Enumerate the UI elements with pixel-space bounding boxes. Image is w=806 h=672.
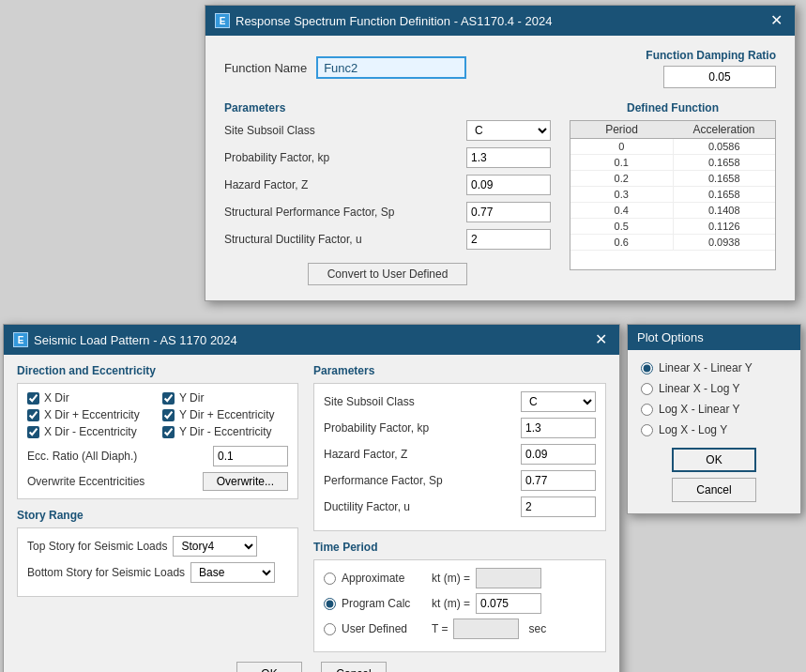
direction-section-label: Direction and Eccentricity <box>17 364 298 377</box>
seismic-body: Direction and Eccentricity X Dir Y Dir <box>4 355 619 672</box>
params-section-label: Parameters <box>224 101 551 115</box>
cb-row-ydir: Y Dir <box>162 391 288 405</box>
plot-option-logx-logy: Log X - Log Y <box>641 423 787 436</box>
seismic-titlebar: E Seismic Load Pattern - AS 1170 2024 ✕ <box>4 325 619 355</box>
xdir-ecc-checkbox[interactable] <box>27 409 39 421</box>
tp-approx-radio[interactable] <box>324 573 336 585</box>
plot-option-linear-xlogy: Linear X - Log Y <box>641 382 787 395</box>
seismic-load-pattern-dialog: E Seismic Load Pattern - AS 1170 2024 ✕ … <box>3 324 620 672</box>
seismic-close-button[interactable]: ✕ <box>591 330 610 349</box>
tp-user-input <box>453 619 519 639</box>
table-row: 0.30.1658 <box>570 187 775 203</box>
ydir-ecc-checkbox[interactable] <box>162 409 175 421</box>
table-row: 0.50.1126 <box>570 219 775 235</box>
seismic-title: Seismic Load Pattern - AS 1170 2024 <box>34 333 237 347</box>
tp-prog-input[interactable] <box>476 593 541 614</box>
tp-approx-input <box>476 568 541 588</box>
tp-prog-label: Program Calc <box>342 597 426 610</box>
ydir-ecc-neg-checkbox[interactable] <box>162 426 175 438</box>
plot-ok-button[interactable]: OK <box>672 448 756 472</box>
prob-factor-input[interactable] <box>466 147 551 168</box>
plot-linear-xlogy-label: Linear X - Log Y <box>659 382 740 395</box>
plot-body: Linear X - Linear Y Linear X - Log Y Log… <box>628 350 800 513</box>
response-spectrum-title-icon: E <box>215 13 230 28</box>
time-period-section: Approximate kt (m) = Program Calc kt (m)… <box>313 559 606 652</box>
xdir-ecc-label: X Dir + Eccentricity <box>44 408 140 421</box>
fdr-input[interactable] <box>663 66 776 88</box>
params-table: Site Subsoil Class CABDE Probability Fac… <box>224 120 551 250</box>
tp-approx-label: Approximate <box>342 572 426 585</box>
sp-sp-input[interactable] <box>521 470 596 491</box>
seismic-cancel-button[interactable]: Cancel <box>321 662 387 672</box>
sp-z-label: Hazard Factor, Z <box>324 448 515 461</box>
plot-linear-xy-label: Linear X - Linear Y <box>659 361 753 374</box>
xdir-label: X Dir <box>44 391 69 405</box>
ydir-ecc-label: Y Dir + Eccentricity <box>179 408 274 421</box>
df-col-acceleration: Acceleration <box>673 123 775 136</box>
sp-site-select[interactable]: CABDE <box>521 391 596 412</box>
plot-options-dialog: Plot Options Linear X - Linear Y Linear … <box>627 324 801 514</box>
param-label-3: Structural Performance Factor, Sp <box>224 206 466 219</box>
overwrite-label: Overwrite Eccentricities <box>27 475 197 488</box>
sp-u-input[interactable] <box>521 496 596 517</box>
xdir-ecc-neg-checkbox[interactable] <box>27 426 39 438</box>
cb-row-ydir-ecc-neg: Y Dir - Eccentricity <box>162 425 288 438</box>
plot-linear-xlogy-radio[interactable] <box>641 383 653 395</box>
param-label-1: Probability Factor, kp <box>224 151 466 164</box>
param-label-0: Site Subsoil Class <box>224 124 466 137</box>
df-col-period: Period <box>570 123 673 136</box>
ecc-ratio-input[interactable] <box>213 446 288 466</box>
sp-u-label: Ductility Factor, u <box>324 500 515 513</box>
plot-buttons: OK Cancel <box>641 448 787 502</box>
tp-prog-suffix: kt (m) = <box>432 597 470 610</box>
xdir-checkbox[interactable] <box>27 392 39 405</box>
tp-user-radio[interactable] <box>324 623 336 635</box>
seismic-title-icon: E <box>13 332 28 347</box>
response-spectrum-body: Function Name Function Damping Ratio Par… <box>205 36 795 300</box>
plot-logx-logy-label: Log X - Log Y <box>659 423 727 436</box>
param-label-2: Hazard Factor, Z <box>224 178 466 191</box>
fdr-label: Function Damping Ratio <box>646 49 776 62</box>
function-name-input[interactable] <box>316 56 466 79</box>
ydir-checkbox[interactable] <box>162 392 175 405</box>
tp-user-label: User Defined <box>342 622 426 635</box>
response-spectrum-close-button[interactable]: ✕ <box>767 11 785 30</box>
plot-logx-lineary-radio[interactable] <box>641 404 653 416</box>
top-story-label: Top Story for Seismic Loads <box>27 540 167 553</box>
convert-to-user-defined-button[interactable]: Convert to User Defined <box>308 263 468 285</box>
sp-z-input[interactable] <box>521 444 596 465</box>
tp-user-unit: sec <box>528 622 546 635</box>
table-row: 0.40.1408 <box>570 203 775 219</box>
ydir-label: Y Dir <box>179 391 204 405</box>
story-range-section: Top Story for Seismic Loads Story4Story3… <box>17 527 298 597</box>
overwrite-button[interactable]: Overwrite... <box>203 472 288 491</box>
sp-sp-label: Performance Factor, Sp <box>324 474 515 487</box>
top-story-select[interactable]: Story4Story3Story2Story1 <box>173 536 257 557</box>
response-spectrum-dialog: E Response Spectrum Function Definition … <box>205 5 796 301</box>
tp-prog-radio[interactable] <box>324 598 336 610</box>
response-spectrum-titlebar: E Response Spectrum Function Definition … <box>205 6 795 36</box>
site-subsoil-select[interactable]: CABDE <box>466 120 551 141</box>
hazard-factor-input[interactable] <box>466 175 551 195</box>
seismic-buttons: OK Cancel <box>17 662 606 672</box>
seismic-params-label: Parameters <box>313 364 606 377</box>
plot-logx-logy-radio[interactable] <box>641 424 653 436</box>
table-row: 0.10.1658 <box>570 155 775 171</box>
sp-kp-input[interactable] <box>521 418 596 438</box>
cb-row-xdir: X Dir <box>27 391 153 405</box>
sp-factor-input[interactable] <box>466 202 551 222</box>
bottom-story-label: Bottom Story for Seismic Loads <box>27 566 185 579</box>
plot-linear-xy-radio[interactable] <box>641 362 653 374</box>
ductility-factor-input[interactable] <box>466 229 551 250</box>
param-label-4: Structural Ductility Factor, u <box>224 233 466 246</box>
ecc-ratio-label: Ecc. Ratio (All Diaph.) <box>27 450 207 463</box>
cb-row-ydir-ecc: Y Dir + Eccentricity <box>162 408 288 421</box>
plot-logx-lineary-label: Log X - Linear Y <box>659 403 740 416</box>
seismic-ok-button[interactable]: OK <box>236 662 302 672</box>
defined-function-label: Defined Function <box>570 101 776 115</box>
bottom-story-select[interactable]: BaseStory1 <box>190 562 275 583</box>
time-period-label: Time Period <box>313 541 606 554</box>
plot-cancel-button[interactable]: Cancel <box>672 478 756 502</box>
response-spectrum-title: Response Spectrum Function Definition - … <box>236 14 552 28</box>
ydir-ecc-neg-label: Y Dir - Eccentricity <box>179 425 271 438</box>
